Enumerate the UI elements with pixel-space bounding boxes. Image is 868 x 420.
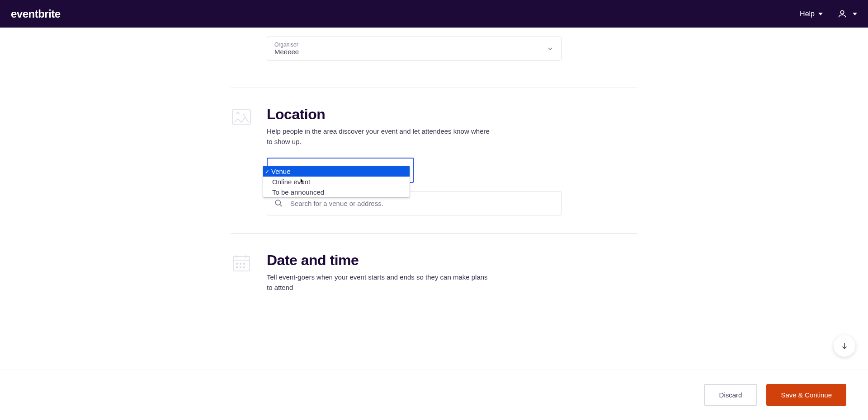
svg-point-14	[244, 267, 245, 268]
chevron-down-icon	[818, 13, 823, 15]
help-label: Help	[800, 10, 815, 18]
svg-point-11	[244, 263, 245, 265]
datetime-section: Date and time Tell event-goers when your…	[231, 234, 637, 322]
svg-point-3	[275, 200, 280, 205]
header-right: Help	[800, 9, 857, 19]
cursor-icon	[297, 177, 307, 186]
scroll-down-button[interactable]	[834, 335, 855, 357]
save-button[interactable]: Save & Continue	[766, 384, 846, 406]
discard-button[interactable]: Discard	[704, 384, 758, 406]
user-menu[interactable]	[837, 9, 857, 19]
svg-point-13	[240, 267, 241, 268]
chevron-down-icon	[547, 45, 554, 52]
organiser-label: Organiser	[274, 42, 299, 48]
location-type-select[interactable]: Venue Online event To be announced	[267, 158, 414, 183]
dropdown-option-online[interactable]: Online event	[263, 177, 410, 187]
chevron-down-icon	[853, 13, 857, 15]
organiser-value: Meeeee	[274, 48, 299, 56]
arrow-down-icon	[840, 342, 849, 350]
svg-point-10	[240, 263, 241, 265]
svg-point-0	[840, 10, 844, 14]
svg-line-4	[280, 204, 282, 206]
organiser-select[interactable]: Organiser Meeeee	[267, 37, 561, 61]
location-description: Help people in the area discover your ev…	[267, 126, 493, 147]
datetime-description: Tell event-goers when your event starts …	[267, 272, 493, 293]
organiser-section: Organiser Meeeee	[231, 28, 637, 88]
location-title: Location	[267, 106, 637, 123]
datetime-title: Date and time	[267, 252, 637, 269]
dropdown-option-tba[interactable]: To be announced	[263, 187, 410, 197]
location-section: Location Help people in the area discove…	[231, 88, 637, 233]
logo[interactable]: eventbrite	[11, 8, 61, 20]
calendar-icon	[231, 252, 252, 274]
help-link[interactable]: Help	[800, 10, 823, 18]
search-icon	[274, 199, 283, 208]
map-icon	[231, 106, 252, 128]
dropdown-option-venue[interactable]: Venue	[263, 166, 410, 177]
dropdown-option-label: To be announced	[272, 188, 324, 196]
dropdown-option-label: Venue	[271, 168, 291, 175]
location-type-dropdown: Venue Online event To be announced	[263, 166, 410, 198]
svg-point-12	[236, 267, 238, 268]
venue-search-input[interactable]	[290, 200, 554, 207]
app-header: eventbrite Help	[0, 0, 868, 28]
content-wrapper: Organiser Meeeee	[0, 28, 868, 369]
footer: Discard Save & Continue	[0, 369, 868, 420]
user-icon	[837, 9, 847, 19]
svg-point-9	[236, 263, 238, 265]
